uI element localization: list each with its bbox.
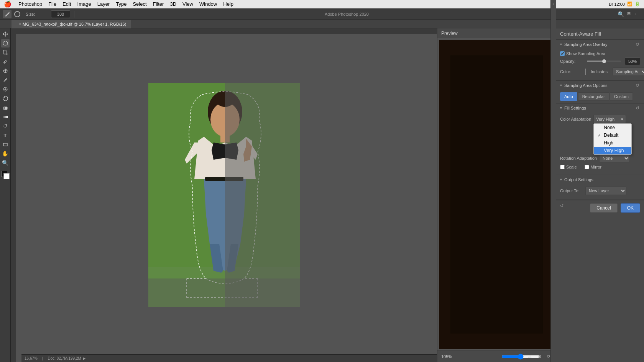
right-panel-header: Content-Aware Fill [556, 28, 644, 40]
menu-help[interactable]: Help [220, 0, 237, 8]
sampling-overlay-header[interactable]: ▼ Sampling Area Overlay ↺ [556, 40, 644, 49]
dropdown-high-label: High [604, 140, 613, 146]
shape-tool[interactable] [1, 140, 10, 149]
scale-checkbox[interactable] [560, 165, 565, 169]
tabs-bar: ✕ IMG_6343_плохой_фон.tif @ 16,7% (Layer… [0, 20, 644, 28]
lasso-tool[interactable] [1, 39, 10, 48]
menubar: 🍎 Photoshop File Edit Image Layer Type S… [0, 0, 644, 8]
sampling-options-arrow: ▼ [559, 84, 563, 87]
text-tool[interactable]: T [1, 131, 10, 139]
history-tool[interactable] [1, 94, 10, 103]
healing-tool[interactable] [1, 67, 10, 75]
svg-point-8 [6, 124, 7, 126]
svg-point-0 [5, 15, 7, 16]
move-tool[interactable] [1, 30, 10, 38]
doc-info-arrow[interactable]: ▶ [83, 356, 86, 360]
menu-edit[interactable]: Edit [59, 0, 74, 8]
sampling-options-reset[interactable]: ↺ [634, 82, 641, 89]
gradient-tool[interactable] [1, 113, 10, 121]
color-adapt-dropdown-container: Very High ▾ None ✓ Default [593, 115, 626, 123]
dropdown-none-label: None [604, 125, 615, 130]
dropdown-none[interactable]: None [594, 124, 631, 131]
hand-tool[interactable]: ✋ [1, 149, 10, 158]
fit-screen-icon[interactable]: ⊞ [535, 353, 543, 360]
battery-icon: 🔋 [635, 2, 640, 7]
pen-tool[interactable] [1, 122, 10, 130]
crop-tool[interactable] [1, 48, 10, 57]
fill-settings-arrow: ▼ [559, 106, 563, 110]
tab-label: IMG_6343_плохой_фон.tif @ 16,7% (Layer 1… [21, 22, 126, 26]
menu-layer[interactable]: Layer [94, 0, 113, 8]
zoom-value: 105% [441, 354, 452, 359]
output-to-select[interactable]: New Layer Current Layer Duplicate Layer [585, 187, 626, 195]
sampling-overlay-reset[interactable]: ↺ [634, 41, 641, 48]
color-swatch[interactable] [585, 69, 586, 75]
menu-window[interactable]: Window [196, 0, 220, 8]
output-settings-header[interactable]: ▼ Output Settings [556, 175, 644, 184]
search-icon[interactable]: 🔍 [618, 11, 624, 17]
opacity-label: Opacity: [560, 59, 583, 64]
rectangular-btn[interactable]: Rectangular [578, 92, 609, 101]
show-sampling-area-checkbox[interactable] [560, 51, 565, 56]
menu-3d[interactable]: 3D [167, 0, 179, 8]
right-panel-title: Content-Aware Fill [560, 31, 601, 37]
show-sampling-area-label: Show Sampling Area [566, 51, 605, 56]
svg-rect-25 [450, 55, 543, 333]
menu-select[interactable]: Select [130, 0, 150, 8]
color-picker[interactable] [1, 171, 10, 179]
fill-settings-reset[interactable]: ↺ [634, 105, 641, 111]
circle-tool-icon[interactable] [14, 11, 20, 17]
brush-tool-icon[interactable] [3, 10, 12, 18]
panel-collapse-btn[interactable]: ‹ [550, 0, 556, 362]
output-to-row: Output To: New Layer Current Layer Dupli… [560, 187, 640, 195]
opacity-slider[interactable] [587, 61, 621, 62]
clone-tool[interactable] [1, 85, 10, 93]
indicates-label: Indicates: [591, 69, 609, 74]
opacity-slider-thumb[interactable] [602, 59, 606, 63]
eyedropper-tool[interactable] [1, 57, 10, 66]
arrange-icon[interactable]: ⊞ [627, 11, 631, 17]
sampling-options-header[interactable]: ▼ Sampling Area Options ↺ [556, 81, 644, 90]
preview-panel: Preview 105% ⚠ ⊞ ↺ [437, 28, 556, 362]
auto-btn[interactable]: Auto [560, 92, 577, 101]
tab-close-icon[interactable]: ✕ [18, 22, 21, 26]
workspace-icon[interactable]: ⋮ [634, 11, 638, 17]
svg-point-3 [3, 81, 5, 82]
active-tab[interactable]: ✕ IMG_6343_плохой_фон.tif @ 16,7% (Layer… [12, 20, 131, 28]
brush-tool[interactable] [1, 76, 10, 84]
menu-type[interactable]: Type [113, 0, 130, 8]
custom-btn[interactable]: Custom [610, 92, 633, 101]
sampling-options-content: Auto Rectangular Custom [556, 90, 644, 103]
menu-photoshop[interactable]: Photoshop [15, 0, 45, 8]
ok-button[interactable]: OK [621, 203, 640, 213]
eraser-tool[interactable] [1, 103, 10, 112]
svg-rect-22 [225, 83, 300, 307]
sampling-options-title: Sampling Area Options [564, 83, 608, 88]
dropdown-high[interactable]: High [594, 139, 631, 147]
zoom-tool[interactable]: 🔍 [1, 159, 10, 167]
scale-mirror-row: Scale Mirror [560, 165, 640, 171]
svg-rect-6 [5, 107, 7, 110]
dropdown-default[interactable]: ✓ Default [594, 131, 631, 139]
apple-menu[interactable]: 🍎 [4, 0, 12, 8]
cancel-button[interactable]: Cancel [590, 203, 617, 213]
zoom-slider[interactable] [501, 354, 540, 360]
dropdown-very-high[interactable]: Very High [594, 147, 631, 154]
preview-image [439, 40, 554, 349]
color-adapt-select-btn[interactable]: Very High ▾ [593, 115, 626, 123]
canvas-area[interactable]: 16,67% | Doc: 82,7M/199,2M ▶ [11, 28, 437, 362]
bottom-reset-icon[interactable]: ↺ [560, 203, 564, 213]
menu-file[interactable]: File [45, 0, 59, 8]
fill-settings-header[interactable]: ▼ Fill Settings ↺ [556, 103, 644, 113]
dropdown-very-high-label: Very High [604, 148, 624, 153]
menu-image[interactable]: Image [74, 0, 94, 8]
rotation-adapt-select[interactable]: None Low Medium High Full [599, 154, 630, 162]
preview-title: Preview [441, 31, 458, 36]
size-input[interactable] [51, 10, 70, 18]
indicates-select[interactable]: Sampling Area Excluded Area [613, 67, 644, 76]
menu-filter[interactable]: Filter [150, 0, 167, 8]
opacity-field[interactable] [625, 57, 640, 65]
mirror-checkbox[interactable] [585, 165, 589, 169]
opacity-slider-fill [587, 61, 604, 62]
menu-view[interactable]: View [179, 0, 196, 8]
